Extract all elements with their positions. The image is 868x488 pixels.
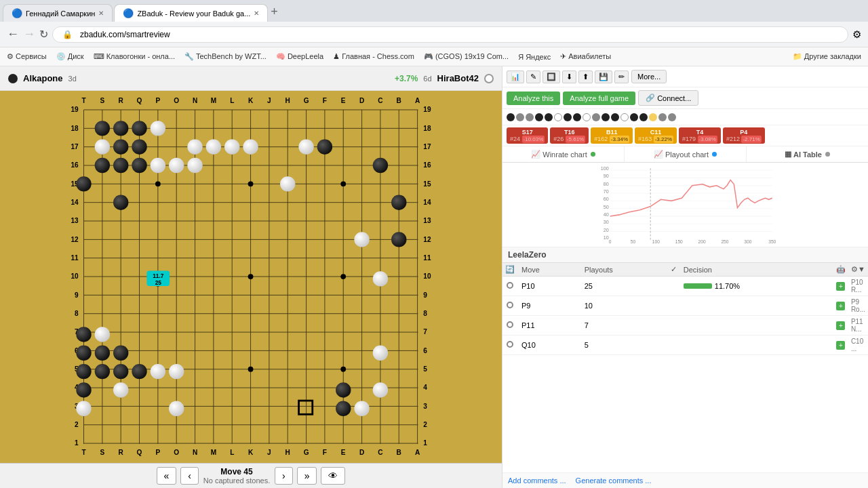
col-refresh[interactable]: 🔄 <box>502 263 517 277</box>
svg-rect-176 <box>595 165 776 245</box>
bookmark-deepleela[interactable]: 🧠 DeepLeela <box>276 52 323 61</box>
tab-playout-label: Playout chart <box>665 150 709 159</box>
eye-btn[interactable]: 👁 <box>321 467 345 485</box>
prev-move-btn[interactable]: ‹ <box>180 467 199 485</box>
svg-point-41 <box>340 181 346 186</box>
tab-ai-table[interactable]: ▦ AI Table <box>747 146 868 162</box>
move-info: Move 45 No captured stones. <box>203 467 271 485</box>
close-tab-zbaduk[interactable]: ✕ <box>254 9 259 17</box>
svg-text:17: 17 <box>423 143 431 150</box>
col-settings[interactable]: ⚙▼ <box>848 263 868 277</box>
analyze-full-btn[interactable]: Analyze full game <box>563 92 635 105</box>
svg-point-44 <box>340 274 346 279</box>
svg-text:20: 20 <box>604 228 609 233</box>
svg-text:4: 4 <box>423 384 427 391</box>
tab-winrate[interactable]: 📈 Winrate chart <box>502 146 625 162</box>
toolbar-icon-2[interactable]: ✎ <box>526 70 540 83</box>
forward-btn[interactable]: → <box>23 27 35 41</box>
svg-text:13: 13 <box>423 217 431 224</box>
extensions-icon[interactable]: ⚙ <box>852 28 861 41</box>
mistake-s17[interactable]: S17 #24 -10.03% <box>507 127 548 144</box>
bookmark-cgos[interactable]: 🎮 (CGOS) 19x19 Com... <box>424 52 509 61</box>
row3-radio[interactable] <box>502 316 517 336</box>
black-player-rank: 3d <box>68 75 77 83</box>
toolbar-icon-6[interactable]: 💾 <box>595 70 612 83</box>
tab-playout[interactable]: 📈 Playout chart <box>625 146 747 162</box>
row2-radio[interactable] <box>502 296 517 316</box>
tab-zbaduk[interactable]: 🔵 ZBaduk - Review your Baduk ga... ✕ <box>114 4 268 22</box>
toolbar-icon-3[interactable]: 🔲 <box>542 70 560 83</box>
bookmark-techbench[interactable]: 🔧 TechBench by WZT... <box>184 52 267 61</box>
svg-point-147 <box>391 195 406 209</box>
bookmark-klavogonki[interactable]: ⌨ Клавогонки - онла... <box>94 52 175 61</box>
svg-text:18: 18 <box>423 125 431 132</box>
svg-point-127 <box>95 121 110 136</box>
mistakes-row: S17 #24 -10.03% T16 #26 -5.61% B11 #162 … <box>502 125 868 146</box>
svg-text:2: 2 <box>75 421 79 428</box>
svg-point-146 <box>113 195 128 209</box>
svg-text:N: N <box>193 97 197 104</box>
toolbar-icon-5[interactable]: ⬆ <box>578 70 593 83</box>
new-tab-btn[interactable]: + <box>271 5 278 22</box>
bookmark-avia[interactable]: ✈ Авиабилеты <box>560 52 611 61</box>
more-btn[interactable]: More... <box>631 70 667 83</box>
svg-text:12: 12 <box>423 236 431 243</box>
mistake-c11[interactable]: C11 #163 -3.22% <box>635 127 677 144</box>
svg-point-130 <box>224 139 239 154</box>
reload-btn[interactable]: ↻ <box>39 28 48 41</box>
svg-point-145 <box>280 176 295 191</box>
toolbar-icon-4[interactable]: ⬇ <box>562 70 576 83</box>
mistake-p4[interactable]: P4 #212 -2.71% <box>723 127 765 144</box>
mistake-b11[interactable]: B11 #162 -3.34% <box>591 127 633 144</box>
svg-text:200: 200 <box>698 239 706 244</box>
toolbar-icon-7[interactable]: ✏ <box>614 70 629 83</box>
connect-btn[interactable]: 🔗 Connect... <box>638 90 698 106</box>
svg-text:C: C <box>378 97 382 104</box>
svg-point-138 <box>169 158 184 173</box>
row1-move: P10 <box>517 277 580 296</box>
svg-point-126 <box>113 121 128 136</box>
row4-playouts: 5 <box>580 336 668 355</box>
svg-point-162 <box>95 364 110 379</box>
move-number: Move 45 <box>203 467 271 476</box>
white-player-score: +3.7% <box>395 74 418 83</box>
toolbar-icon-1[interactable]: 📊 <box>507 70 524 83</box>
bookmark-services[interactable]: ⚙ Сервисы <box>7 52 47 61</box>
row1-ai-add[interactable]: + <box>833 277 848 296</box>
mistake-t16[interactable]: T16 #26 -5.61% <box>550 127 589 144</box>
bookmark-chess[interactable]: ♟ Главная - Chess.com <box>333 52 414 61</box>
bookmark-yandex[interactable]: Я Яндекс <box>518 53 551 61</box>
row3-decision <box>679 316 833 336</box>
next-move-btn[interactable]: › <box>275 467 293 485</box>
svg-text:A: A <box>415 449 420 456</box>
analyze-this-btn[interactable]: Analyze this <box>507 92 560 105</box>
row1-radio[interactable] <box>502 277 517 296</box>
svg-text:L: L <box>230 97 234 104</box>
add-comments-link[interactable]: Add comments ... <box>508 476 566 485</box>
bookmark-other[interactable]: 📁 Другие закладки <box>793 52 861 61</box>
svg-point-40 <box>248 181 254 186</box>
row1-check <box>668 277 679 296</box>
last-move-btn[interactable]: » <box>297 467 317 485</box>
svg-text:350: 350 <box>768 239 776 244</box>
tab-gennadiy[interactable]: 🔵 Геннадий Самаркин ✕ <box>3 4 113 22</box>
url-bar[interactable]: 🔒 zbaduk.com/smartreview <box>52 26 848 43</box>
row3-ai-add[interactable]: + <box>833 316 848 336</box>
generate-comments-link[interactable]: Generate comments ... <box>576 476 652 485</box>
row2-playouts: 10 <box>580 296 668 316</box>
row3-playouts: 7 <box>580 316 668 336</box>
first-move-btn[interactable]: « <box>157 467 177 485</box>
svg-text:P: P <box>155 97 160 104</box>
close-tab-gennadiy[interactable]: ✕ <box>98 9 104 17</box>
back-btn[interactable]: ← <box>7 27 19 41</box>
go-board[interactable]: T S R Q P O N M L K J H G F E D C <box>0 91 502 463</box>
svg-point-155 <box>76 327 91 342</box>
chart-tabs: 📈 Winrate chart 📈 Playout chart ▦ AI Tab… <box>502 146 868 163</box>
svg-text:8: 8 <box>75 310 79 317</box>
bookmark-disk[interactable]: 💿 Диск <box>56 52 84 61</box>
mistake-t4[interactable]: T4 #179 -3.08% <box>679 127 721 144</box>
tab-label-gennadiy: Геннадий Самаркин <box>26 9 95 18</box>
row2-ai-add[interactable]: + <box>833 296 848 316</box>
row4-radio[interactable] <box>502 336 517 355</box>
row4-ai-add[interactable]: + <box>833 336 848 355</box>
